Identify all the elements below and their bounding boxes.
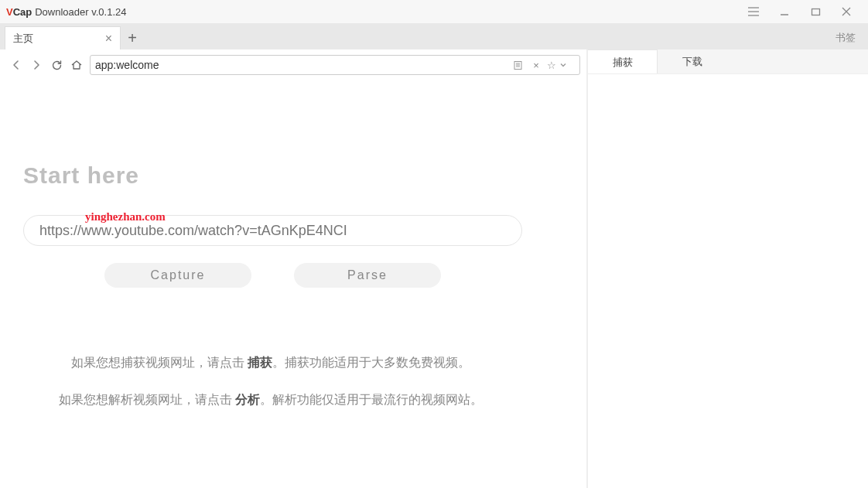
minimize-button[interactable] [769, 0, 800, 23]
address-bar[interactable]: app:welcome × ☆ [90, 55, 580, 75]
video-url-input[interactable] [23, 215, 522, 246]
bookmarks-link[interactable]: 书签 [836, 31, 863, 49]
clear-url-icon[interactable]: × [528, 60, 544, 71]
help-text: 如果您想捕获视频网址，请点击 捕获。捕获功能适用于大多数免费视频。 如果您想解析… [23, 350, 518, 412]
page-title: Start here [23, 162, 563, 189]
maximize-button[interactable] [800, 0, 831, 23]
tab-close-icon[interactable]: × [105, 32, 112, 46]
parse-button[interactable]: Parse [294, 263, 441, 288]
app-title: Downloader v.0.1.24 [35, 6, 126, 18]
home-button[interactable] [67, 55, 87, 75]
side-panel: 捕获 下载 [588, 49, 868, 488]
browser-pane: app:welcome × ☆ Start here yinghezhan.co… [0, 49, 588, 488]
tab-home[interactable]: 主页 × [5, 26, 121, 49]
welcome-page: Start here yinghezhan.com Capture Parse … [0, 77, 586, 488]
url-text: app:welcome [95, 59, 513, 71]
bookmark-icon[interactable]: ☆ [544, 60, 559, 71]
side-panel-body [588, 73, 868, 488]
tab-label: 主页 [13, 32, 33, 46]
titlebar: VCap Downloader v.0.1.24 [0, 0, 868, 23]
forward-button[interactable] [26, 55, 46, 75]
back-button[interactable] [6, 55, 26, 75]
reader-icon[interactable] [513, 60, 528, 70]
app-logo: VCap [6, 6, 32, 18]
tabbar: 主页 × + 书签 [0, 23, 868, 49]
navbar: app:welcome × ☆ [0, 49, 586, 77]
reload-button[interactable] [46, 55, 67, 75]
svg-rect-0 [812, 9, 819, 15]
new-tab-button[interactable]: + [121, 26, 144, 49]
capture-button[interactable]: Capture [104, 263, 251, 288]
close-button[interactable] [831, 0, 862, 23]
menu-icon[interactable] [738, 0, 769, 23]
side-tab-capture[interactable]: 捕获 [588, 49, 658, 74]
side-tab-download[interactable]: 下载 [658, 49, 727, 74]
dropdown-icon[interactable] [559, 61, 575, 69]
